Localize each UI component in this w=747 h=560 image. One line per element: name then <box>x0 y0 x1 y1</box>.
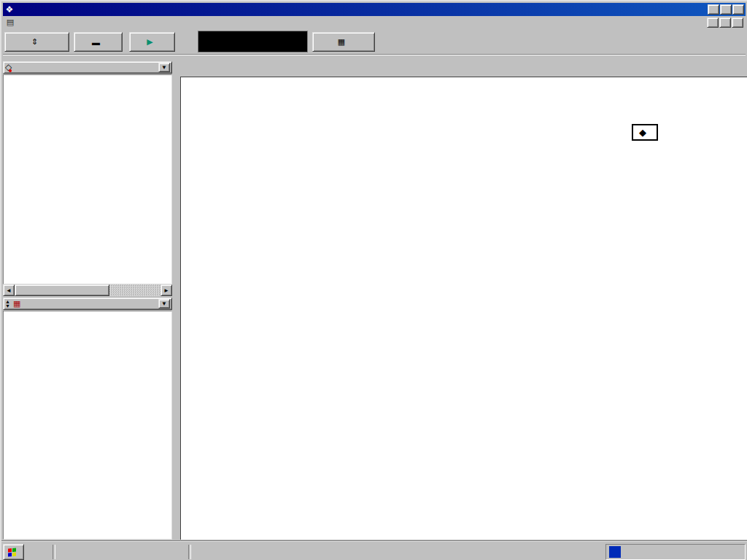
scroll-right-icon[interactable]: ► <box>160 284 172 296</box>
summary-icon: ⇕ <box>31 37 38 47</box>
start-icon: ▶ <box>147 37 152 47</box>
displays-panel-header[interactable]: ▲▼ ▦ ▼ <box>3 298 172 310</box>
data-panel-scrollbar[interactable]: ◄ ► <box>3 284 172 296</box>
child-close-button[interactable] <box>732 18 743 28</box>
calculator-icon: ▦ <box>338 37 345 47</box>
title-bar: ❖ <box>3 3 746 16</box>
windows-flag-icon <box>8 548 16 556</box>
minimize-button[interactable] <box>708 4 719 15</box>
system-tray <box>605 544 746 560</box>
setup-icon: ▬ <box>92 38 100 47</box>
displays-icon: ▦ <box>13 299 20 308</box>
data-panel-dropdown[interactable]: ▼ <box>158 63 170 72</box>
graph-canvas[interactable] <box>181 77 747 540</box>
graph-toolbar <box>175 56 747 76</box>
timer-display <box>198 31 308 52</box>
child-minimize-button[interactable] <box>707 18 719 28</box>
calculate-button[interactable]: ▦ <box>312 32 375 52</box>
scroll-left-icon[interactable]: ◄ <box>3 284 15 296</box>
close-button[interactable] <box>732 4 744 15</box>
datastudio-logo-icon: ◇ <box>5 63 15 72</box>
app-icon: ❖ <box>4 4 15 15</box>
restore-button[interactable] <box>720 4 732 15</box>
keyboard-layout-icon[interactable] <box>609 546 621 558</box>
start-menu-button[interactable] <box>3 544 24 560</box>
start-button[interactable]: ▶ <box>129 32 175 52</box>
menu-bar: ▤ <box>3 16 746 29</box>
datastudio-window: ❖ ▤ ⇕ ▬ ▶ <box>0 0 747 560</box>
graph-plot-area[interactable]: ◆ <box>180 77 747 540</box>
main-toolbar: ⇕ ▬ ▶ ▦ <box>3 29 746 55</box>
child-restore-button[interactable] <box>719 18 731 28</box>
graph-legend[interactable]: ◆ <box>632 124 658 141</box>
setup-button[interactable]: ▬ <box>74 32 123 52</box>
summary-button[interactable]: ⇕ <box>4 32 69 52</box>
legend-run-marker-icon: ◆ <box>639 127 646 138</box>
data-panel-header[interactable]: ◇ ▼ <box>3 61 172 74</box>
document-icon[interactable]: ▤ <box>4 18 16 28</box>
displays-panel-dropdown[interactable]: ▼ <box>158 299 170 308</box>
scrollbar-thumb[interactable] <box>15 284 109 296</box>
displays-tree <box>3 311 172 540</box>
taskbar <box>1 541 747 560</box>
splitter-icon[interactable]: ▲▼ <box>5 300 10 308</box>
data-tree <box>3 74 172 284</box>
